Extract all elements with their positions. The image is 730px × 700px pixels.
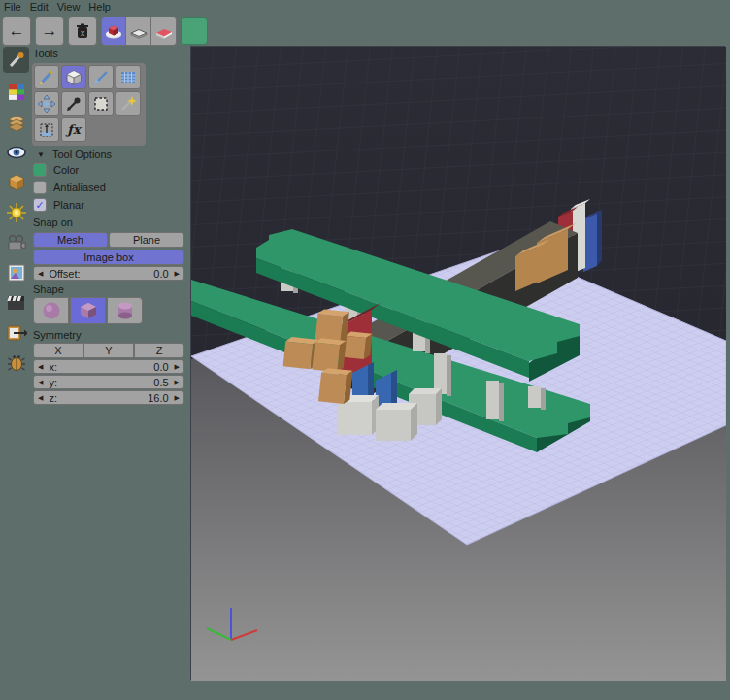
shape-cube-button[interactable] — [70, 297, 106, 324]
tab-camera[interactable] — [3, 229, 29, 255]
cylinder-icon — [115, 300, 136, 321]
symmetry-x-value: 0.0 — [153, 361, 168, 373]
menu-bar: File Edit View Help — [0, 0, 730, 15]
flatten-icon — [129, 22, 149, 40]
bug-icon — [7, 353, 26, 373]
layers-icon — [6, 113, 27, 132]
delete-button[interactable]: x — [68, 17, 97, 46]
mode-add-button[interactable] — [101, 17, 126, 46]
symmetry-z-button[interactable]: Z — [134, 343, 184, 358]
mode-erase-button[interactable] — [151, 17, 177, 46]
color-label: Color — [53, 164, 79, 176]
grid-plane-icon — [119, 69, 137, 86]
eraser-icon — [154, 22, 174, 40]
undo-button[interactable]: ← — [2, 17, 31, 46]
symmetry-title: Symmetry — [33, 329, 82, 341]
symmetry-y-label: Y — [105, 345, 112, 356]
color-swatch[interactable] — [33, 163, 47, 177]
mode-flatten-button[interactable] — [126, 17, 151, 46]
tool-options-header[interactable]: ▼ Tool Options — [37, 149, 112, 160]
fx-icon: ƒx — [67, 122, 80, 137]
spinner-left-icon[interactable]: ◀ — [38, 379, 43, 386]
tab-view[interactable] — [3, 139, 29, 165]
antialiased-row: Antialiased — [33, 181, 106, 194]
symmetry-x-label: X — [54, 345, 61, 356]
symmetry-z-spinner[interactable]: ◀ z: 16.0 ▶ — [33, 390, 184, 405]
planar-row: ✓ Planar — [33, 198, 84, 212]
tab-render[interactable] — [3, 289, 29, 316]
right-arrow-icon: → — [42, 21, 58, 41]
menu-help[interactable]: Help — [88, 1, 111, 15]
shape-cylinder-button[interactable] — [107, 297, 143, 324]
tab-export[interactable] — [3, 319, 29, 346]
brush-icon — [38, 69, 55, 86]
tab-layers[interactable] — [3, 109, 29, 135]
tool-grid: ƒx — [32, 63, 146, 146]
sun-icon — [6, 202, 27, 223]
eyedropper-icon — [65, 95, 83, 113]
tool-move[interactable] — [34, 91, 59, 116]
offset-spinner[interactable]: ◀ Offset: 0.0 ▶ — [33, 266, 184, 281]
symmetry-y-row-label: y: — [49, 377, 57, 388]
menu-file[interactable]: File — [4, 1, 21, 15]
tool-selection[interactable] — [88, 91, 114, 116]
symmetry-x-spinner[interactable]: ◀ x: 0.0 ▶ — [33, 359, 184, 374]
spinner-left-icon[interactable]: ◀ — [38, 394, 43, 402]
spinner-right-icon[interactable]: ▶ — [175, 363, 180, 371]
export-icon — [6, 323, 27, 343]
snap-plane-label: Plane — [133, 234, 160, 246]
menu-view[interactable]: View — [57, 1, 81, 15]
menu-edit[interactable]: Edit — [30, 1, 49, 15]
spinner-right-icon[interactable]: ▶ — [175, 379, 180, 386]
move-icon — [37, 94, 56, 114]
redo-button[interactable]: → — [35, 17, 64, 46]
current-color-swatch[interactable] — [181, 17, 208, 45]
shape-sphere-button[interactable] — [33, 297, 69, 324]
left-arrow-icon: ← — [9, 21, 25, 41]
tool-extrude[interactable] — [34, 117, 59, 142]
symmetry-z-label: Z — [156, 345, 163, 356]
tool-options-title: Tool Options — [52, 149, 112, 160]
camera-icon — [6, 233, 27, 252]
spinner-left-icon[interactable]: ◀ — [38, 270, 43, 278]
tool-laser[interactable] — [88, 65, 114, 89]
snap-plane-button[interactable]: Plane — [109, 232, 184, 248]
spinner-left-icon[interactable]: ◀ — [38, 363, 43, 371]
symmetry-y-spinner[interactable]: ◀ y: 0.5 ▶ — [33, 375, 184, 389]
tool-plane[interactable] — [116, 65, 141, 89]
svg-text:x: x — [81, 28, 85, 37]
snap-mesh-button[interactable]: Mesh — [33, 232, 108, 248]
offset-value: 0.0 — [153, 268, 168, 280]
antialiased-checkbox[interactable] — [33, 181, 47, 194]
tab-image[interactable] — [3, 259, 29, 285]
tab-palette[interactable] — [3, 79, 29, 105]
symmetry-x-button[interactable]: X — [33, 343, 83, 358]
tab-debug[interactable] — [3, 350, 29, 376]
tool-pick-color[interactable] — [61, 91, 86, 116]
cube-icon — [64, 68, 83, 87]
palette-icon — [7, 83, 26, 102]
planar-checkbox[interactable]: ✓ — [33, 198, 47, 212]
3d-viewport[interactable] — [190, 46, 725, 680]
symmetry-y-button[interactable]: Y — [83, 343, 134, 358]
tab-light[interactable] — [3, 199, 29, 225]
spinner-right-icon[interactable]: ▶ — [175, 270, 180, 278]
snap-imagebox-button[interactable]: Image box — [33, 250, 184, 265]
voxel-scene — [191, 47, 726, 681]
snap-imagebox-label: Image box — [83, 251, 133, 263]
add-voxel-icon — [104, 22, 123, 40]
tab-material[interactable] — [3, 169, 29, 195]
tool-shape[interactable] — [61, 65, 86, 89]
tool-fuzzy-select[interactable] — [116, 91, 141, 116]
color-option-row: Color — [33, 163, 79, 177]
symmetry-y-value: 0.5 — [153, 377, 168, 388]
tool-brush[interactable] — [34, 65, 59, 89]
spinner-right-icon[interactable]: ▶ — [175, 394, 180, 402]
tool-procedural[interactable]: ƒx — [61, 117, 86, 142]
collapse-triangle-icon: ▼ — [37, 150, 45, 159]
tool-empty-cell — [88, 117, 114, 142]
selection-icon — [92, 95, 110, 113]
paint-mode-group — [101, 17, 177, 46]
snap-title: Snap on — [33, 217, 73, 228]
tab-tools[interactable] — [3, 47, 29, 73]
